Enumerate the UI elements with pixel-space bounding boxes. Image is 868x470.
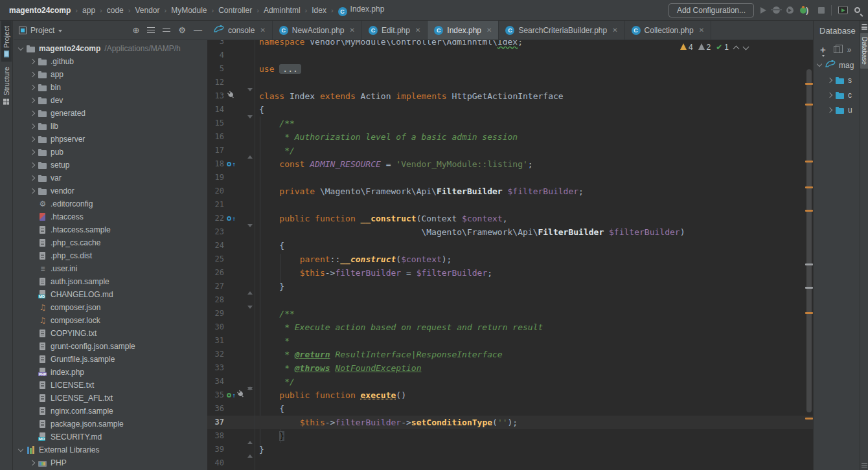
bottom-corner-icon[interactable] — [862, 463, 867, 467]
tree-row[interactable]: generated — [14, 107, 207, 120]
chevron-right-icon[interactable] — [30, 137, 35, 142]
close-icon[interactable]: ✕ — [612, 27, 617, 34]
code-line[interactable]: 40 — [207, 456, 813, 470]
code-line[interactable]: 28 — [207, 293, 813, 307]
code-line[interactable]: 32 * @return ResultInterface|ResponseInt… — [207, 348, 813, 361]
code-line[interactable]: 27 } — [207, 280, 813, 293]
tree-row[interactable]: LICENSE_AFL.txt — [14, 392, 207, 405]
magento-plugin-icon[interactable] — [227, 89, 235, 103]
tree-row[interactable]: var — [14, 172, 207, 185]
chevron-right-icon[interactable] — [30, 124, 35, 129]
fold-marker-icon[interactable] — [247, 225, 253, 239]
chevron-right-icon[interactable] — [30, 175, 35, 181]
fold-marker-icon[interactable] — [247, 388, 253, 402]
close-icon[interactable]: ✕ — [415, 27, 420, 34]
debug-icon[interactable] — [773, 6, 780, 14]
tab-console[interactable]: console✕ — [207, 21, 273, 39]
breadcrumb-item[interactable]: Idex — [312, 6, 326, 15]
tree-row[interactable]: setup — [14, 159, 207, 172]
chevron-down-icon[interactable] — [817, 62, 822, 67]
prev-issue-icon[interactable] — [733, 45, 740, 52]
tree-row[interactable]: ♫composer.lock — [14, 314, 207, 327]
tree-row[interactable]: CHANGELOG.md — [14, 288, 207, 301]
code-line[interactable]: 22↑ public function __construct(Context … — [207, 212, 813, 225]
tree-row[interactable]: magento24comp/Applications/MAMP/h — [14, 42, 207, 55]
code-line[interactable]: 12 — [207, 76, 813, 89]
fold-marker-icon[interactable] — [247, 117, 253, 130]
magento-plugin-icon[interactable] — [236, 388, 245, 402]
close-icon[interactable]: ✕ — [349, 27, 354, 34]
code-line[interactable]: 35↑ public function execute() — [207, 388, 813, 402]
tree-row[interactable]: index.php — [14, 366, 207, 379]
tree-row[interactable]: vendor — [14, 185, 207, 197]
breadcrumb-item[interactable]: Controller — [218, 6, 252, 15]
code-line[interactable]: 21 — [207, 198, 813, 212]
overridden-marker-icon[interactable] — [227, 216, 231, 221]
database-tree-row[interactable]: mag — [814, 58, 859, 73]
tab-searchcriteriabuilder-php[interactable]: CSearchCriteriaBuilder.php✕ — [499, 21, 624, 39]
tab-collection-php[interactable]: CCollection.php✕ — [625, 21, 711, 39]
duplicate-icon[interactable] — [834, 46, 839, 53]
overridden-marker-icon[interactable] — [227, 162, 231, 166]
tree-row[interactable]: ⚙.editorconfig — [14, 197, 207, 210]
settings-icon[interactable]: ⚙ — [178, 25, 186, 35]
fold-marker-icon[interactable] — [247, 307, 253, 320]
chevron-right-icon[interactable] — [30, 188, 35, 194]
fold-marker-icon[interactable] — [247, 443, 253, 456]
code-line[interactable]: 36 { — [207, 402, 813, 416]
chevron-right-icon[interactable] — [30, 59, 35, 64]
tree-row[interactable]: External Libraries — [14, 443, 207, 456]
database-tree-row[interactable]: s — [814, 73, 859, 87]
close-icon[interactable]: ✕ — [260, 27, 265, 34]
tree-row[interactable]: auth.json.sample — [14, 275, 207, 288]
chevron-right-icon[interactable] — [30, 72, 35, 77]
code-line[interactable]: 13class Index extends Action implements … — [207, 89, 813, 103]
code-line[interactable]: 29 /** — [207, 307, 813, 320]
code-line[interactable]: 19 — [207, 171, 813, 185]
code-line[interactable]: 24 { — [207, 239, 813, 252]
fold-marker-icon[interactable] — [247, 280, 253, 293]
tab-index-php[interactable]: CIndex.php✕ — [428, 21, 499, 39]
next-issue-icon[interactable] — [743, 43, 749, 50]
editor-scrollbar[interactable] — [806, 69, 812, 412]
tree-row[interactable]: nginx.conf.sample — [14, 405, 207, 418]
code-line[interactable]: 5use ... — [207, 62, 813, 76]
database-tree-row[interactable]: u — [814, 102, 859, 117]
code-line[interactable]: 39} — [207, 443, 813, 456]
chevron-right-icon[interactable] — [827, 77, 832, 82]
close-icon[interactable]: ✕ — [486, 27, 492, 34]
tree-row[interactable]: bin — [14, 81, 207, 94]
tree-row[interactable]: ♫composer.json — [14, 301, 207, 314]
breadcrumb-item[interactable]: MyModule — [171, 6, 207, 15]
code-line[interactable]: 34 */ — [207, 375, 813, 388]
tree-row[interactable]: .htaccess — [14, 210, 207, 223]
code-line[interactable]: 31 * — [207, 334, 813, 348]
tree-row[interactable]: LICENSE.txt — [14, 379, 207, 392]
structure-stripe-button[interactable]: Structure — [1, 62, 12, 110]
breadcrumb-item[interactable]: code — [107, 6, 124, 15]
chevron-right-icon[interactable] — [30, 85, 35, 90]
inspections-widget[interactable]: 4 2 ✔1 — [680, 43, 748, 52]
tree-row[interactable]: Gruntfile.js.sample — [14, 353, 207, 366]
breadcrumb-item[interactable]: app — [82, 6, 95, 15]
fold-marker-icon[interactable] — [247, 89, 253, 103]
tree-row[interactable]: phpserver — [14, 133, 207, 146]
code-line[interactable]: 25 parent::__construct($context); — [207, 252, 813, 266]
code-line[interactable]: 15 /** — [207, 117, 813, 130]
fold-marker-icon[interactable] — [247, 429, 253, 443]
editor[interactable]: 3namespace Vendor\MyModule\Controller\Ad… — [207, 40, 813, 470]
implemented-marker-icon[interactable] — [227, 393, 231, 397]
tree-row[interactable]: .htaccess.sample — [14, 223, 207, 236]
code-line[interactable]: 14{ — [207, 103, 813, 117]
tree-row[interactable]: lib — [14, 120, 207, 133]
coverage-icon[interactable] — [786, 6, 794, 14]
collapse-all-icon[interactable] — [163, 28, 170, 32]
project-stripe-button[interactable]: Project — [1, 21, 12, 62]
chevron-right-icon[interactable] — [827, 107, 832, 112]
tree-row[interactable]: pub — [14, 146, 207, 159]
chevron-down-icon[interactable] — [18, 446, 23, 451]
code-line[interactable]: 37 $this->filterBuilder->setConditionTyp… — [207, 416, 813, 429]
code-line[interactable]: 26 $this->filterBuilder = $filterBuilder… — [207, 266, 813, 280]
breadcrumb-item[interactable]: CIndex.php — [338, 5, 385, 16]
tree-row[interactable]: .php_cs.dist — [14, 249, 207, 262]
